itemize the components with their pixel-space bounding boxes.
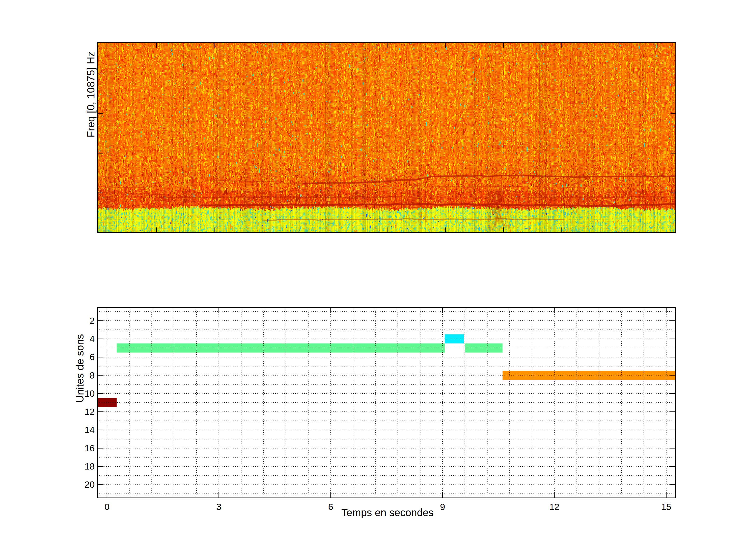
y-tick-label: 2 bbox=[69, 316, 95, 326]
y-tick-label: 20 bbox=[69, 480, 95, 489]
y-tick-label: 12 bbox=[69, 407, 95, 417]
spectrogram-axes bbox=[97, 42, 676, 233]
figure-page: { "figure": { "background": "#FFFFFF", "… bbox=[0, 0, 747, 560]
y-tick-label: 4 bbox=[69, 334, 95, 344]
y-tick-label: 14 bbox=[69, 425, 95, 435]
x-tick-label: 12 bbox=[539, 502, 570, 512]
x-tick-label: 9 bbox=[427, 502, 458, 512]
x-tick-label: 15 bbox=[651, 502, 682, 512]
y-tick-label: 6 bbox=[69, 352, 95, 362]
y-tick-label: 18 bbox=[69, 461, 95, 471]
y-tick-label: 16 bbox=[69, 443, 95, 453]
x-tick-label: 3 bbox=[203, 502, 234, 512]
sound-units-chart bbox=[97, 307, 676, 498]
x-tick-label: 6 bbox=[315, 502, 346, 512]
x-tick-label: 0 bbox=[91, 502, 123, 512]
sound-units-axes bbox=[97, 307, 676, 498]
y-tick-label: 10 bbox=[69, 389, 95, 399]
y-tick-label: 8 bbox=[69, 371, 95, 380]
spectrogram-image bbox=[97, 42, 676, 233]
